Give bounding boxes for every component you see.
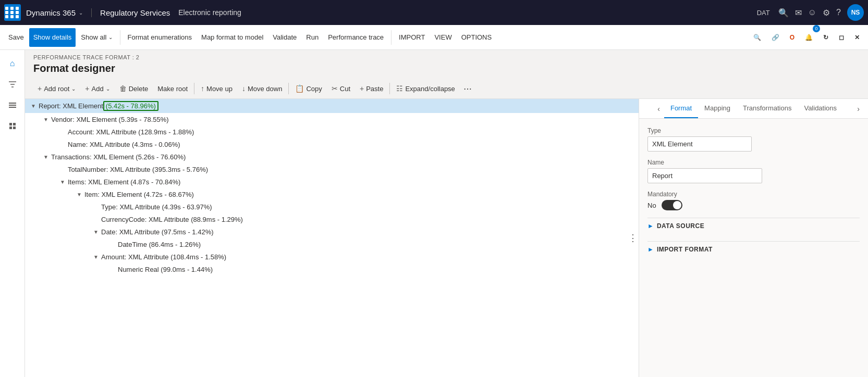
run-button[interactable]: Run <box>302 28 323 47</box>
tree-item-datetime[interactable]: DateTime (86.4ms - 1.26%) <box>25 238 639 250</box>
name-field-group: Name <box>647 159 860 183</box>
sidebar-item-recent[interactable] <box>3 117 22 135</box>
mandatory-field-group: Mandatory No <box>647 191 860 210</box>
tree-item-type[interactable]: Type: XML Attribute (4.39s - 63.97%) <box>25 200 639 213</box>
plus-icon-2: + <box>85 84 89 93</box>
module-name: Regulatory Services <box>91 8 170 17</box>
bell-icon: 🔔 <box>805 34 813 41</box>
save-button[interactable]: Save <box>4 28 28 47</box>
tab-left-arrow[interactable]: ‹ <box>653 100 664 117</box>
panel-resize-handle[interactable]: ⋮ <box>628 232 638 244</box>
search-icon[interactable]: 🔍 <box>778 8 789 18</box>
validate-button[interactable]: Validate <box>268 28 301 47</box>
paste-button[interactable]: + Paste <box>356 81 387 96</box>
expand-collapse-button[interactable]: ☷ Expand/collapse <box>392 81 459 96</box>
sub-module-name: Electronic reporting <box>178 8 241 17</box>
split-pane: ▼ Report: XML Element (5.42s - 78.96%) ▼… <box>25 99 868 377</box>
name-input[interactable] <box>647 168 762 183</box>
more-icon: ⋯ <box>463 84 472 94</box>
link-button[interactable]: 🔗 <box>767 28 784 47</box>
svg-rect-1 <box>9 105 16 106</box>
import-button[interactable]: IMPORT <box>395 28 429 47</box>
chat-icon[interactable]: ✉ <box>795 8 802 18</box>
view-button[interactable]: VIEW <box>430 28 456 47</box>
type-value: XML Element <box>647 136 752 152</box>
more-button[interactable]: ⋯ <box>460 81 475 96</box>
move-up-button[interactable]: ↑ Move up <box>197 81 237 96</box>
tab-transformations[interactable]: Transformations <box>737 99 798 118</box>
tree-item-name[interactable]: Name: XML Attribute (4.3ms - 0.06%) <box>25 138 639 150</box>
tree-item-report[interactable]: ▼ Report: XML Element (5.42s - 78.96%) <box>25 99 639 113</box>
settings-icon[interactable]: ⚙ <box>823 8 830 18</box>
cut-button[interactable]: ✂ Cut <box>327 81 354 96</box>
sidebar-item-filter[interactable] <box>3 75 22 94</box>
format-enumerations-button[interactable]: Format enumerations <box>124 28 197 47</box>
toolbar-separator <box>194 83 194 94</box>
copy-button[interactable]: 📋 Copy <box>291 81 326 96</box>
tree-item-item[interactable]: ▼ Item: XML Element (4.72s - 68.67%) <box>25 188 639 200</box>
mandatory-toggle-label: No <box>647 202 656 209</box>
tree-item-amount[interactable]: ▼ Amount: XML Attribute (108.4ms - 1.58%… <box>25 250 639 263</box>
svg-rect-3 <box>9 123 12 125</box>
main-container: ⌂ PERFORMANCE TRACE FORMAT : 2 Format de… <box>0 50 868 377</box>
tree-item-numericreal[interactable]: Numeric Real (99.0ms - 1.44%) <box>25 263 639 275</box>
office-button[interactable]: O <box>786 28 799 47</box>
refresh-button[interactable]: ↻ <box>819 28 833 47</box>
tree-item-currencycode[interactable]: CurrencyCode: XML Attribute (88.9ms - 1.… <box>25 213 639 225</box>
tree-item-account[interactable]: Account: XML Attribute (128.9ms - 1.88%) <box>25 125 639 138</box>
add-button[interactable]: + Add ⌄ <box>81 81 114 96</box>
app-name: Dynamics 365 <box>26 8 76 17</box>
name-label: Name <box>647 159 860 166</box>
sidebar-item-list[interactable] <box>3 96 22 115</box>
tree-toggle-icon7[interactable]: ▼ <box>92 253 100 261</box>
tree-toggle-icon6[interactable]: ▼ <box>92 228 100 236</box>
show-details-button[interactable]: Show details <box>29 28 76 47</box>
sidebar-item-home[interactable]: ⌂ <box>3 54 22 73</box>
type-field-group: Type XML Element <box>647 127 860 152</box>
tab-format[interactable]: Format <box>664 99 698 118</box>
tree-toggle-placeholder <box>58 128 67 136</box>
svg-rect-6 <box>13 127 16 129</box>
tab-validations[interactable]: Validations <box>798 99 843 118</box>
user-circle-icon[interactable]: ☺ <box>808 8 816 17</box>
mandatory-toggle-switch[interactable] <box>662 200 682 210</box>
toolbar-separator2 <box>288 83 289 94</box>
add-root-button[interactable]: + Add root ⌄ <box>33 81 80 96</box>
import-format-section[interactable]: ► IMPORT FORMAT <box>647 241 860 257</box>
show-all-button[interactable]: Show all ⌄ <box>77 28 116 47</box>
options-button[interactable]: OPTIONS <box>457 28 496 47</box>
tree-item-date[interactable]: ▼ Date: XML Attribute (97.5ms - 1.42%) <box>25 225 639 238</box>
help-icon[interactable]: ? <box>836 8 841 17</box>
add-root-chevron-icon: ⌄ <box>71 86 76 92</box>
separator2 <box>391 30 392 45</box>
map-format-button[interactable]: Map format to model <box>197 28 267 47</box>
delete-button[interactable]: 🗑 Delete <box>115 81 153 96</box>
app-launcher-icon[interactable] <box>4 4 21 21</box>
performance-trace-button[interactable]: Performance trace <box>324 28 388 47</box>
tree-item-totalnumber[interactable]: TotalNumber: XML Attribute (395.3ms - 5.… <box>25 163 639 175</box>
tree-item-transactions[interactable]: ▼ Transactions: XML Element (5.26s - 76.… <box>25 150 639 163</box>
close-button[interactable]: ✕ <box>850 28 864 47</box>
tab-mapping[interactable]: Mapping <box>698 99 737 118</box>
left-sidebar: ⌂ <box>0 50 25 377</box>
tree-toggle-icon[interactable]: ▼ <box>29 102 38 110</box>
move-down-button[interactable]: ↓ Move down <box>238 81 286 96</box>
maximize-button[interactable]: ◻ <box>835 28 848 47</box>
tree-toggle-icon3[interactable]: ▼ <box>42 153 50 161</box>
ribbon-search-button[interactable]: 🔍 <box>749 28 765 47</box>
import-format-title: IMPORT FORMAT <box>657 246 713 253</box>
tree-item-items[interactable]: ▼ Items: XML Element (4.87s - 70.84%) <box>25 175 639 188</box>
make-root-button[interactable]: Make root <box>153 81 192 96</box>
data-source-section[interactable]: ► DATA SOURCE <box>647 218 860 234</box>
app-dropdown-icon[interactable]: ⌄ <box>79 10 83 16</box>
svg-rect-0 <box>9 103 16 104</box>
tree-item-vendor[interactable]: ▼ Vendor: XML Element (5.39s - 78.55%) <box>25 113 639 125</box>
tree-toggle-icon5[interactable]: ▼ <box>75 190 83 198</box>
format-toolbar: + Add root ⌄ + Add ⌄ 🗑 Delete Make root … <box>25 79 868 99</box>
user-avatar[interactable]: NS <box>847 4 864 21</box>
separator <box>120 30 120 45</box>
tree-toggle-icon[interactable]: ▼ <box>42 115 50 123</box>
tree-toggle-icon4[interactable]: ▼ <box>58 178 67 186</box>
right-panel-content: Type XML Element Name Mandatory No <box>639 119 868 266</box>
tab-right-arrow[interactable]: › <box>853 100 864 117</box>
